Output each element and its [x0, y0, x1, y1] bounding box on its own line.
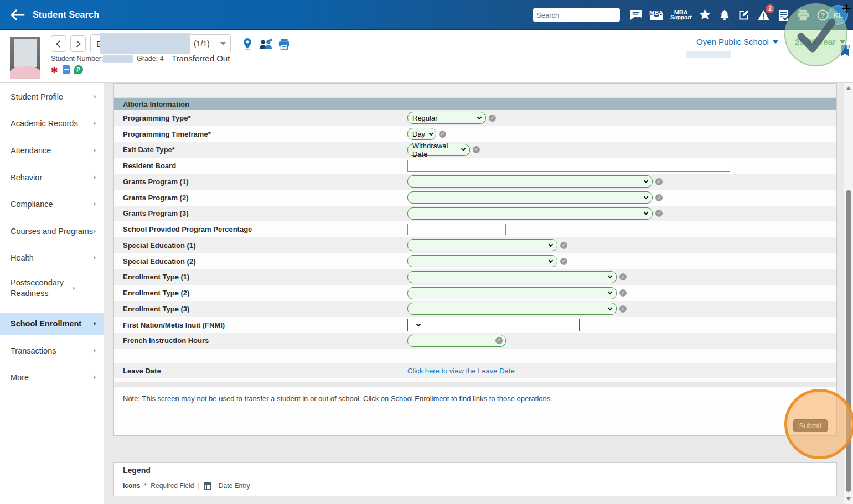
grants-program-3-select[interactable]: [407, 207, 653, 220]
vertical-scrollbar[interactable]: [844, 83, 853, 504]
french-instruction-hours-input[interactable]: [407, 335, 506, 347]
field-label: Grants Program (3): [123, 209, 188, 217]
tasks-icon[interactable]: [777, 9, 789, 21]
chevron-down-icon: [644, 194, 648, 199]
chevron-down-icon: [429, 131, 433, 135]
chevron-right-icon: [94, 256, 96, 260]
form-row-grants-program-1: Grants Program (1): [114, 174, 836, 190]
alerts-icon[interactable]: 2: [757, 9, 770, 21]
submit-button[interactable]: Submit: [793, 419, 828, 432]
legend-separator: |: [198, 482, 199, 490]
grants-program-1-select[interactable]: [407, 175, 653, 188]
sidebar-item-student-profile[interactable]: Student Profile: [0, 86, 104, 108]
move-cursor-icon: [842, 4, 851, 15]
help-icon[interactable]: ?: [816, 9, 829, 21]
form-row-grants-program-2: Grants Program (2): [114, 190, 836, 206]
previous-student-button[interactable]: [51, 35, 66, 52]
validation-check-icon: [655, 194, 663, 201]
student-number-redaction: [103, 55, 133, 63]
enrollment-type-2-select[interactable]: [407, 287, 617, 299]
field-label: Enrollment Type (1): [123, 273, 189, 281]
resident-board-input[interactable]: [407, 160, 730, 172]
transfer-note: Note: This screen may not be used to tra…: [123, 394, 836, 403]
bookmark-add-icon[interactable]: [840, 44, 850, 59]
school-selector[interactable]: Oyen Public School: [696, 37, 778, 46]
program-alert-icon[interactable]: P: [74, 65, 83, 74]
document-alert-icon[interactable]: [63, 65, 70, 74]
sidebar-item-label: Attendance: [11, 146, 51, 156]
sidebar-item-academic-records[interactable]: Academic Records: [0, 112, 104, 134]
chat-icon[interactable]: [630, 9, 642, 20]
field-label: Exit Date Type*: [123, 146, 175, 154]
chevron-down-icon: [608, 306, 612, 310]
print-icon[interactable]: [797, 9, 809, 21]
student-pager: (1/1): [194, 39, 210, 48]
field-label: First Nation/Metis Inuit (FNMI): [123, 321, 225, 329]
school-redaction: [686, 51, 731, 58]
field-label: Special Education (1): [123, 241, 195, 250]
section-header: Alberta Information: [114, 98, 836, 110]
chevron-down-icon: [773, 40, 778, 44]
sidebar-item-more[interactable]: More: [0, 366, 104, 388]
exit-date-type-select[interactable]: Withdrawal Date: [407, 144, 470, 156]
chevron-down-icon[interactable]: [220, 42, 226, 45]
search-input[interactable]: [536, 11, 634, 19]
sidebar-item-attendance[interactable]: Attendance: [0, 139, 104, 162]
form-row-school-provided-program-percentage: School Provided Program Percentage: [114, 221, 836, 237]
validation-check-icon: [560, 242, 567, 249]
validation-check-icon: [619, 273, 627, 280]
leave-date-link[interactable]: Click here to view the Leave Date: [407, 367, 515, 375]
mba-icon[interactable]: MBA: [649, 10, 663, 20]
counselor-people-icon[interactable]: [259, 39, 272, 52]
print-student-icon[interactable]: [278, 39, 290, 52]
sidebar-item-behavior[interactable]: Behavior: [0, 167, 104, 189]
validation-check-icon: [655, 210, 663, 217]
sidebar-item-compliance[interactable]: Compliance: [0, 193, 104, 215]
year-selector[interactable]: 25-26 Year: [795, 37, 845, 46]
back-arrow-icon[interactable]: [10, 9, 25, 21]
sidebar-item-postsecondary-readiness[interactable]: Postsecondary Readiness: [0, 272, 83, 304]
special-education-2-select[interactable]: [407, 255, 557, 267]
bell-icon[interactable]: [718, 9, 731, 21]
enrollment-type-3-select[interactable]: [407, 303, 617, 315]
sidebar-item-transactions[interactable]: Transactions: [0, 340, 104, 362]
validation-check-icon: [489, 115, 496, 122]
chevron-right-icon: [94, 349, 96, 353]
next-student-button[interactable]: [70, 35, 86, 52]
programming-type-select[interactable]: Regular: [407, 112, 486, 124]
mba-support-icon[interactable]: MBASupport: [670, 9, 691, 20]
sidebar-item-health[interactable]: Health: [0, 247, 104, 269]
sidebar-item-school-enrollment[interactable]: School Enrollment: [0, 313, 104, 335]
sidebar-item-courses-and-programs[interactable]: Courses and Programs: [0, 220, 104, 242]
compose-icon[interactable]: [738, 9, 750, 20]
chevron-right-icon: [94, 95, 96, 99]
school-provided-program-percentage-input[interactable]: [407, 224, 506, 235]
location-pin-icon[interactable]: [242, 38, 252, 53]
grants-program-2-select[interactable]: [407, 191, 653, 204]
validation-check-icon: [560, 258, 567, 265]
enrollment-type-1-select[interactable]: [407, 271, 617, 283]
medical-alert-icon[interactable]: ✱: [51, 66, 58, 74]
star-icon[interactable]: [699, 9, 711, 21]
form-row-programming-type: Programming Type*Regular: [114, 110, 836, 126]
field-label: Enrollment Type (3): [123, 305, 189, 313]
leave-date-label: Leave Date: [123, 367, 161, 375]
first-nation-metis-inuit-fnmi-select[interactable]: [407, 319, 580, 331]
scroll-down-arrow-icon[interactable]: [846, 497, 851, 501]
field-label: Grants Program (2): [123, 194, 188, 202]
legend-required-field: *- Required Field: [144, 482, 194, 490]
global-search[interactable]: [533, 8, 620, 22]
special-education-1-select[interactable]: [407, 239, 557, 251]
form-row-enrollment-type-3: Enrollment Type (3): [114, 301, 836, 317]
field-label: Grants Program (1): [123, 178, 188, 186]
programming-timeframe-select[interactable]: Day: [407, 128, 436, 140]
validation-check-icon: [619, 305, 627, 313]
chevron-right-icon: [94, 121, 96, 126]
student-number-label: Student Number: 3: [51, 55, 109, 63]
validation-check-icon: [473, 146, 480, 153]
notification-badge: 2: [766, 4, 774, 13]
name-redaction: [100, 33, 190, 54]
scroll-up-arrow-icon[interactable]: [846, 86, 851, 90]
scrollbar-thumb[interactable]: [846, 190, 851, 492]
chevron-down-icon: [608, 274, 612, 278]
